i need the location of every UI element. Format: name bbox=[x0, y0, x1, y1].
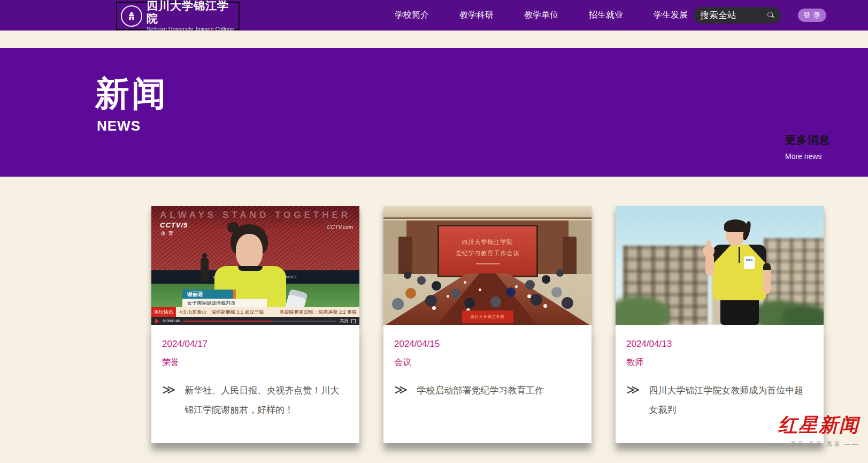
news-card-body: 2024/04/17 荣誉 ≫ 新华社、人民日报、央视齐点赞！川大锦江学院谢丽君… bbox=[151, 325, 359, 443]
news-card[interactable]: 四川大学锦江学院 党纪学习教育工作会议 四川大学锦江学院 2024/04/15 … bbox=[383, 206, 592, 443]
news-category[interactable]: 会议 bbox=[394, 357, 580, 368]
news-title[interactable]: 学校启动部署党纪学习教育工作 bbox=[417, 381, 544, 400]
more-news-link[interactable]: 更多消息 More news bbox=[785, 133, 830, 161]
news-card-photo-cctv-interview[interactable]: ALWAYS STAND TOGETHER CCTV/5 体育 CCTV.com… bbox=[151, 206, 359, 325]
top-navbar: 四川大学锦江学院 Sichuan University Jinjiang Col… bbox=[0, 0, 868, 31]
news-date: 2024/04/15 bbox=[394, 339, 580, 350]
news-card-photo-meeting[interactable]: 四川大学锦江学院 党纪学习教育工作会议 四川大学锦江学院 bbox=[383, 206, 592, 325]
cctv5-logo: CCTV/5 体育 bbox=[160, 221, 188, 237]
page-subtitle: NEWS bbox=[97, 118, 141, 134]
news-card-photo-referee[interactable]: FIFA bbox=[616, 206, 824, 325]
college-emblem-icon bbox=[121, 5, 142, 27]
video-time: 0:38/0:46 bbox=[163, 318, 180, 323]
news-date: 2024/04/13 bbox=[626, 339, 812, 350]
video-progress-bar[interactable] bbox=[183, 321, 336, 322]
attendees-left bbox=[404, 271, 411, 279]
lower-third-name: 谢丽君 bbox=[182, 290, 236, 299]
search-icon[interactable] bbox=[767, 12, 774, 19]
referee-shorts bbox=[720, 297, 759, 325]
play-icon[interactable] bbox=[155, 318, 159, 324]
podium-banner: 四川大学锦江学院 bbox=[462, 310, 513, 323]
page-title: 新闻 bbox=[95, 71, 168, 117]
video-quality-label[interactable]: 高清 bbox=[340, 318, 348, 324]
main-nav: 学校简介 教学科研 教学单位 招生就业 学生发展 bbox=[395, 0, 688, 31]
screen-line1: 四川大学锦江学院 bbox=[462, 238, 513, 246]
login-button[interactable]: 登 录 bbox=[798, 9, 826, 22]
fifa-badge: FIFA bbox=[744, 256, 755, 269]
news-hero-banner: 新闻 NEWS 更多消息 More news bbox=[0, 48, 868, 177]
screen-line2: 党纪学习教育工作会议 bbox=[456, 249, 520, 257]
ticker-scores: 4:3 山东泰山 深圳新鹏城 1:1 武汉三镇 bbox=[176, 309, 264, 316]
referee-head bbox=[726, 223, 745, 246]
referee-arm-down bbox=[763, 263, 771, 294]
referee-arm-thumbs-up bbox=[705, 253, 714, 276]
news-category[interactable]: 荣誉 bbox=[162, 357, 348, 368]
interviewee-hair-bun bbox=[227, 222, 239, 233]
news-card[interactable]: FIFA 2024/04/13 教师 ≫ 四川大学锦江学院女教师成为首位中超女裁… bbox=[616, 206, 824, 443]
nav-item-teaching-units[interactable]: 教学单位 bbox=[524, 10, 558, 21]
news-card-body: 2024/04/15 会议 ≫ 学校启动部署党纪学习教育工作 bbox=[383, 325, 592, 443]
fullscreen-icon[interactable] bbox=[351, 319, 356, 323]
news-date: 2024/04/17 bbox=[162, 339, 348, 350]
thumbs-up-fist bbox=[703, 246, 715, 256]
hongxing-news-logo: 红星新闻 bbox=[772, 412, 859, 438]
college-logo[interactable]: 四川大学锦江学院 Sichuan University Jinjiang Col… bbox=[116, 2, 240, 30]
screen-date-bar bbox=[476, 263, 500, 264]
jersey-placket bbox=[739, 247, 740, 263]
logo-text: 四川大学锦江学院 Sichuan University Jinjiang Col… bbox=[147, 0, 235, 32]
cctv-com-logo: CCTV.com bbox=[327, 224, 353, 230]
search-input[interactable] bbox=[700, 10, 767, 21]
hongxing-news-tagline: —— 深度 态度 温度 —— bbox=[772, 440, 859, 448]
news-title-link[interactable]: ≫ 学校启动部署党纪学习教育工作 bbox=[394, 381, 580, 400]
nav-item-about[interactable]: 学校简介 bbox=[395, 10, 429, 21]
news-category[interactable]: 教师 bbox=[626, 357, 812, 368]
cctv5-logo-sub: 体育 bbox=[161, 230, 188, 237]
interviewee-face bbox=[236, 234, 263, 268]
ticker-scores-right: 英超联赛第33轮：伯恩茅斯 2:2 曼联 bbox=[279, 309, 359, 316]
more-news-title[interactable]: 更多消息 bbox=[785, 133, 830, 147]
double-chevron-icon: ≫ bbox=[626, 381, 640, 420]
ticker-label: 体坛快讯 bbox=[151, 307, 176, 317]
room-ceiling bbox=[383, 206, 592, 219]
nav-item-teaching-research[interactable]: 教学科研 bbox=[459, 10, 494, 21]
attendees-right bbox=[556, 269, 564, 277]
hongxing-news-watermark: 红星新闻 —— 深度 态度 温度 —— bbox=[772, 412, 859, 448]
double-chevron-icon: ≫ bbox=[162, 381, 175, 420]
teacups bbox=[464, 281, 466, 284]
logo-title: 四川大学锦江学院 bbox=[147, 0, 235, 25]
site-search[interactable] bbox=[694, 7, 781, 24]
double-chevron-icon: ≫ bbox=[394, 381, 408, 400]
news-title[interactable]: 新华社、人民日报、央视齐点赞！川大锦江学院谢丽君，好样的！ bbox=[185, 381, 348, 420]
nav-item-admissions[interactable]: 招生就业 bbox=[589, 10, 623, 21]
background-person bbox=[201, 257, 209, 282]
video-player-bar: 0:38/0:46 高清 bbox=[151, 317, 359, 325]
cctv5-logo-text: CCTV/5 bbox=[160, 221, 188, 229]
projection-screen: 四川大学锦江学院 党纪学习教育工作会议 bbox=[439, 226, 536, 276]
logo-subtitle: Sichuan University Jinjiang College bbox=[147, 26, 235, 32]
more-news-subtitle[interactable]: More news bbox=[785, 152, 830, 161]
score-ticker: 体坛快讯 4:3 山东泰山 深圳新鹏城 1:1 武汉三镇 英超联赛第33轮：伯恩… bbox=[151, 307, 359, 317]
lower-third-role: 女子国际级助理裁判员 bbox=[182, 299, 267, 307]
news-title-link[interactable]: ≫ 新华社、人民日报、央视齐点赞！川大锦江学院谢丽君，好样的！ bbox=[162, 381, 348, 420]
stands-banner-text: ALWAYS STAND TOGETHER bbox=[151, 210, 359, 221]
news-card[interactable]: ALWAYS STAND TOGETHER CCTV/5 体育 CCTV.com… bbox=[151, 206, 359, 443]
nav-item-student-dev[interactable]: 学生发展 bbox=[654, 10, 688, 21]
